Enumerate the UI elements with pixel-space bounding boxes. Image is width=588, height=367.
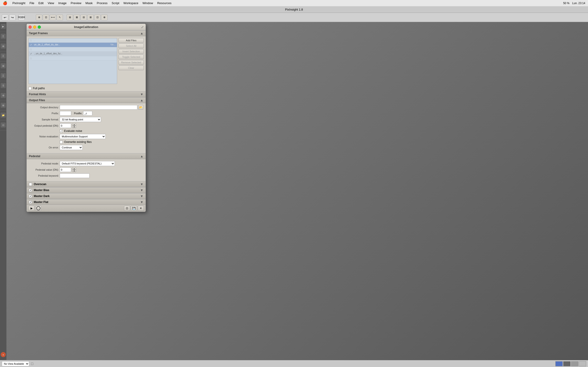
toolbar-icon-1[interactable]: ⊕ bbox=[36, 15, 42, 20]
status-tab-blue[interactable] bbox=[555, 361, 563, 366]
dialog-expand-button[interactable] bbox=[38, 25, 41, 29]
sidebar-icon-grid2[interactable]: ⊞ bbox=[1, 63, 6, 68]
browse-directory-button[interactable]: 📂 bbox=[138, 105, 143, 110]
undo-button[interactable]: ↩ bbox=[2, 15, 8, 20]
toolbar-icon-10[interactable]: ⊗ bbox=[101, 15, 107, 20]
overwrite-existing-checkbox[interactable] bbox=[60, 141, 63, 144]
remove-selected-button[interactable]: Remove Selected bbox=[119, 60, 144, 65]
menu-mask[interactable]: Mask bbox=[86, 1, 93, 5]
master-flat-header[interactable]: ✓ Master Flat ▼ bbox=[27, 199, 146, 205]
overscan-checkbox[interactable] bbox=[29, 183, 32, 186]
toolbar-icon-8[interactable]: ⊞ bbox=[87, 15, 94, 20]
sidebar-icon-triangle[interactable]: ▶ bbox=[1, 24, 6, 29]
menu-window[interactable]: Window bbox=[142, 1, 153, 5]
dialog-content: Target Frames ▲ □ ... ✓ un_de_1_offset_d… bbox=[27, 30, 146, 205]
toolbar-icon-7[interactable]: ⊟ bbox=[80, 15, 87, 20]
sidebar-icon-grid1[interactable]: ⊞ bbox=[1, 44, 6, 49]
dialog-minimize-button[interactable] bbox=[33, 25, 36, 29]
status-tab-mid[interactable] bbox=[571, 361, 578, 366]
menu-view[interactable]: View bbox=[48, 1, 54, 5]
pedestal-arrow: ▲ bbox=[140, 154, 143, 158]
file-list-item-1[interactable]: □ ... bbox=[29, 38, 117, 43]
format-hints-header[interactable]: Format Hints ▼ bbox=[27, 91, 146, 97]
sidebar-icon-sigma1[interactable]: Σ bbox=[1, 34, 6, 39]
footer-circle-button[interactable] bbox=[35, 206, 41, 211]
menu-edit[interactable]: Edit bbox=[38, 1, 43, 5]
file-list-item-4[interactable]: ✓ ...un_de_1_offset_des_fui... bbox=[29, 52, 117, 56]
pedestal-value-spinner-up[interactable]: ▲ bbox=[72, 167, 76, 170]
menu-resources[interactable]: Resources bbox=[157, 1, 171, 5]
sidebar-icon-gear[interactable]: ⚙ bbox=[1, 93, 6, 98]
sidebar-icon-sigma2[interactable]: Σ bbox=[1, 53, 6, 58]
menu-pixinsight[interactable]: PixInsight bbox=[12, 1, 25, 5]
sidebar-icon-grid3[interactable]: ⊞ bbox=[1, 103, 6, 108]
menu-preview[interactable]: Preview bbox=[71, 1, 81, 5]
file-list-item-5[interactable]: □ bbox=[29, 56, 117, 60]
menu-file[interactable]: File bbox=[29, 1, 34, 5]
pedestal-spinner-down[interactable]: ▼ bbox=[72, 126, 76, 128]
file-list[interactable]: □ ... ✓ un_de_1_offset_du_dar... Vie... … bbox=[28, 38, 117, 84]
status-tab-dark[interactable] bbox=[563, 361, 571, 366]
postfix-input[interactable] bbox=[83, 111, 92, 116]
footer-reset-button[interactable]: ⊡ bbox=[124, 206, 130, 211]
evaluate-noise-checkbox[interactable]: ✓ bbox=[60, 130, 63, 133]
dialog-close-button[interactable] bbox=[28, 25, 32, 29]
footer-save-button[interactable]: 💾 bbox=[131, 206, 137, 211]
toolbar-icon-3[interactable]: ⟻ bbox=[50, 15, 56, 20]
sidebar-icon-file[interactable]: 📁 bbox=[1, 113, 6, 118]
pedestal-mode-select[interactable]: Default FITS keyword (PEDESTAL) Literal … bbox=[60, 161, 115, 166]
toolbar-icon-5[interactable]: ⊞ bbox=[67, 15, 73, 20]
master-bias-header[interactable]: ✓ Master Bias ▼ bbox=[27, 187, 146, 193]
output-files-header[interactable]: Output Files ▲ bbox=[27, 97, 146, 103]
on-error-select[interactable]: Continue Abort Ask bbox=[60, 145, 83, 150]
overscan-header[interactable]: Overscan ▼ bbox=[27, 181, 146, 187]
toggle-selected-button[interactable]: Toggle Selected bbox=[119, 55, 144, 59]
toolbar-btn-1[interactable]: RGB/K bbox=[18, 15, 25, 20]
status-tab-light[interactable] bbox=[579, 361, 586, 366]
master-dark-checkbox[interactable]: ✓ bbox=[29, 195, 32, 198]
prefix-input[interactable] bbox=[60, 111, 71, 116]
master-flat-checkbox[interactable]: ✓ bbox=[29, 201, 32, 204]
pedestal-header[interactable]: Pedestal ▲ bbox=[27, 153, 146, 159]
sidebar-icon-sigma3[interactable]: Σ bbox=[1, 73, 6, 78]
footer-close-button[interactable]: ✕ bbox=[138, 206, 144, 211]
output-pedestal-input[interactable] bbox=[60, 123, 71, 128]
toolbar-icon-2[interactable]: ⊡ bbox=[43, 15, 49, 20]
select-all-button[interactable]: Select All bbox=[119, 44, 144, 48]
redo-button[interactable]: ↪ bbox=[9, 15, 16, 20]
master-bias-checkbox[interactable]: ✓ bbox=[29, 189, 32, 192]
toolbar-icon-6[interactable]: ⊠ bbox=[73, 15, 80, 20]
add-files-button[interactable]: Add Files bbox=[119, 38, 144, 43]
master-dark-header[interactable]: ✓ Master Dark ▼ bbox=[27, 193, 146, 199]
sample-format-select[interactable]: 32-bit floating point 16-bit integer 32-… bbox=[60, 117, 101, 122]
invert-selection-button[interactable]: Invert Selection bbox=[119, 49, 144, 54]
sidebar-icon-history[interactable]: ⊡ bbox=[1, 123, 6, 127]
pedestal-value-spinner-down[interactable]: ▼ bbox=[72, 170, 76, 172]
target-frames-header[interactable]: Target Frames ▲ bbox=[27, 30, 146, 36]
dialog-expand-right-button[interactable]: ⤢ bbox=[141, 25, 144, 29]
apple-menu[interactable]: 🍎 bbox=[3, 1, 7, 5]
master-flat-label: Master Flat bbox=[34, 200, 48, 204]
sidebar-icon-circle[interactable]: ● bbox=[1, 352, 6, 357]
sample-format-row: Sample format: 32-bit floating point 16-… bbox=[29, 117, 143, 122]
status-icon[interactable]: □ bbox=[31, 362, 33, 366]
toolbar-icon-4[interactable]: ↖ bbox=[57, 15, 63, 20]
menu-image[interactable]: Image bbox=[58, 1, 67, 5]
pedestal-spinner-up[interactable]: ▲ bbox=[72, 123, 76, 126]
output-directory-input[interactable] bbox=[60, 105, 137, 110]
clear-button[interactable]: Clear bbox=[119, 66, 144, 70]
full-paths-checkbox[interactable] bbox=[28, 87, 32, 90]
noise-evaluation-select[interactable]: Multiresolution Support MRS Iterative k-… bbox=[60, 134, 106, 139]
file-list-item-2[interactable]: ✓ un_de_1_offset_du_dar... Vie... bbox=[29, 43, 117, 47]
sidebar-section-bottom: ● bbox=[0, 350, 6, 360]
menu-script[interactable]: Script bbox=[112, 1, 119, 5]
sidebar-icon-s[interactable]: S bbox=[1, 83, 6, 88]
view-select[interactable]: No View Available bbox=[2, 361, 29, 366]
pedestal-value-input[interactable] bbox=[60, 167, 71, 172]
menu-workspace[interactable]: Workspace bbox=[123, 1, 138, 5]
pedestal-keyword-input[interactable] bbox=[60, 173, 90, 178]
menu-process[interactable]: Process bbox=[97, 1, 107, 5]
footer-triangle-button[interactable]: ▶ bbox=[28, 206, 35, 211]
toolbar-icon-9[interactable]: ⊡ bbox=[94, 15, 101, 20]
file-list-item-3[interactable]: □ bbox=[29, 47, 117, 52]
